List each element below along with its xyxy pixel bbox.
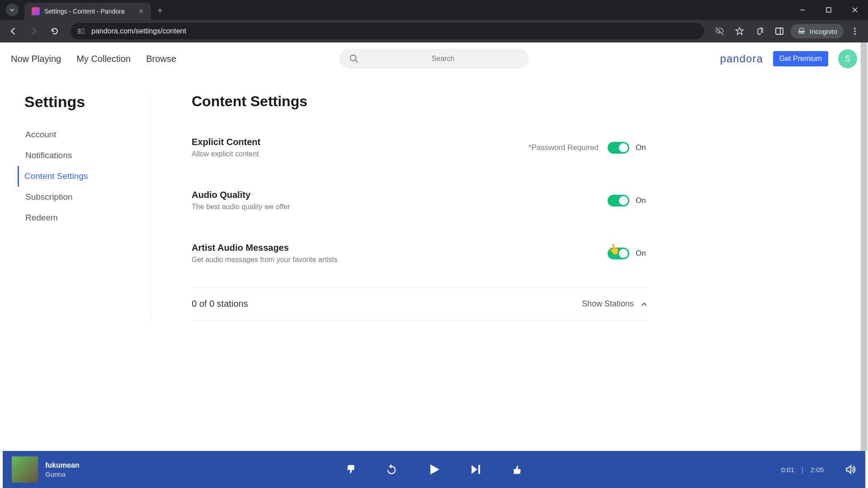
- track-info[interactable]: fukumean Gunna: [45, 461, 80, 478]
- chevron-down-icon: [9, 7, 15, 13]
- scrollbar[interactable]: [860, 42, 868, 451]
- setting-desc: Get audio messages from your favorite ar…: [192, 256, 608, 264]
- pandora-app: Now Playing My Collection Browse Search …: [0, 42, 868, 488]
- bookmark-star-icon[interactable]: [731, 23, 748, 40]
- stations-count: 0 of 0 stations: [192, 299, 582, 309]
- media-control-icon[interactable]: [751, 23, 768, 40]
- time-area: 0:01 | 2:05: [781, 464, 856, 475]
- svg-rect-3: [78, 31, 80, 32]
- nav-now-playing[interactable]: Now Playing: [11, 54, 61, 64]
- main-content: Content Settings Explicit Content Allow …: [151, 93, 684, 321]
- pandora-favicon: [32, 7, 40, 15]
- sidebar-item-subscription[interactable]: Subscription: [24, 187, 142, 207]
- thumbs-down-button[interactable]: [345, 464, 357, 475]
- svg-rect-7: [762, 30, 764, 31]
- incognito-label: Incognito: [810, 28, 837, 35]
- nav-browse[interactable]: Browse: [146, 54, 176, 64]
- album-art[interactable]: [12, 456, 38, 483]
- thumbs-up-button[interactable]: [511, 464, 523, 475]
- show-stations-label: Show Stations: [582, 299, 634, 309]
- time-elapsed: 0:01: [781, 466, 794, 474]
- side-panel-icon[interactable]: [771, 23, 788, 40]
- svg-point-14: [350, 55, 356, 61]
- forward-button[interactable]: [25, 23, 42, 40]
- toggle-artist-audio-messages[interactable]: [608, 248, 629, 259]
- svg-rect-4: [78, 33, 80, 33]
- volume-button[interactable]: [844, 464, 856, 475]
- top-nav: Now Playing My Collection Browse Search …: [0, 42, 868, 75]
- svg-point-11: [854, 28, 856, 29]
- svg-rect-8: [762, 32, 764, 33]
- browser-tab[interactable]: Settings - Content - Pandora ✕: [24, 3, 151, 20]
- divider: [192, 321, 648, 321]
- search-input[interactable]: Search: [339, 49, 529, 69]
- nav-my-collection[interactable]: My Collection: [76, 54, 131, 64]
- incognito-icon: [797, 27, 806, 36]
- maximize-button[interactable]: [816, 0, 842, 20]
- back-button[interactable]: [5, 23, 22, 40]
- play-button[interactable]: [426, 462, 441, 477]
- close-tab-button[interactable]: ✕: [138, 8, 144, 15]
- setting-audio-quality: Audio Quality The best audio quality we …: [192, 181, 648, 234]
- svg-rect-9: [776, 28, 783, 34]
- svg-point-13: [854, 33, 856, 35]
- player-controls: [345, 462, 523, 477]
- toggle-state: On: [636, 249, 648, 258]
- browser-menu-button[interactable]: [846, 23, 863, 40]
- url-text: pandora.com/settings/content: [91, 27, 186, 35]
- sidebar-item-content-settings[interactable]: Content Settings: [18, 166, 142, 187]
- incognito-chip[interactable]: Incognito: [791, 24, 844, 38]
- replay-button[interactable]: [385, 463, 398, 476]
- track-title: fukumean: [45, 461, 80, 469]
- new-tab-button[interactable]: ＋: [151, 0, 169, 20]
- track-artist: Gunna: [45, 470, 80, 478]
- svg-rect-5: [81, 29, 84, 33]
- setting-title: Explicit Content: [192, 137, 528, 147]
- avatar[interactable]: S: [838, 49, 857, 68]
- player-bar: fukumean Gunna 0:01 | 2:05: [3, 451, 865, 488]
- setting-title: Audio Quality: [192, 190, 608, 200]
- skip-button[interactable]: [469, 463, 483, 476]
- toggle-audio-quality[interactable]: [608, 195, 629, 206]
- window-controls: [789, 0, 868, 20]
- browser-titlebar: Settings - Content - Pandora ✕ ＋: [0, 0, 868, 20]
- time-duration: 2:05: [811, 466, 824, 474]
- svg-rect-1: [826, 8, 831, 12]
- tab-search-button[interactable]: [0, 0, 24, 20]
- svg-point-12: [854, 30, 856, 32]
- password-required-note: *Password Required: [528, 143, 599, 152]
- eye-off-icon[interactable]: [711, 23, 728, 40]
- site-info-icon[interactable]: [77, 27, 85, 35]
- setting-artist-audio-messages: Artist Audio Messages Get audio messages…: [192, 234, 648, 286]
- sidebar-title: Settings: [24, 93, 142, 111]
- toggle-explicit-content[interactable]: [608, 142, 629, 154]
- minimize-button[interactable]: [789, 0, 816, 20]
- reload-button[interactable]: [46, 23, 63, 40]
- search-icon: [349, 54, 359, 64]
- close-window-button[interactable]: [842, 0, 868, 20]
- setting-explicit-content: Explicit Content Allow explicit content …: [192, 128, 648, 181]
- svg-rect-2: [78, 29, 80, 30]
- setting-desc: The best audio quality we offer: [192, 203, 608, 211]
- svg-rect-6: [762, 28, 764, 29]
- setting-desc: Allow explicit content: [192, 150, 528, 158]
- sidebar-item-notifications[interactable]: Notifications: [24, 145, 142, 166]
- sidebar-item-redeem[interactable]: Redeem: [24, 207, 142, 228]
- toggle-state: On: [636, 143, 648, 152]
- page-title: Content Settings: [192, 93, 648, 110]
- setting-title: Artist Audio Messages: [192, 243, 608, 253]
- tab-title: Settings - Content - Pandora: [44, 8, 134, 15]
- stations-row: 0 of 0 stations Show Stations: [192, 287, 648, 321]
- toggle-state: On: [636, 196, 648, 205]
- time-separator: |: [802, 466, 803, 474]
- svg-line-15: [355, 60, 358, 63]
- get-premium-button[interactable]: Get Premium: [773, 51, 828, 66]
- settings-sidebar: Settings Account Notifications Content S…: [24, 93, 151, 321]
- pandora-logo[interactable]: pandora: [720, 52, 763, 65]
- show-stations-toggle[interactable]: Show Stations: [582, 299, 648, 309]
- browser-toolbar: pandora.com/settings/content Incognito: [0, 20, 868, 42]
- search-placeholder: Search: [367, 55, 519, 63]
- sidebar-item-account[interactable]: Account: [24, 124, 142, 145]
- address-bar[interactable]: pandora.com/settings/content: [71, 23, 704, 39]
- chevron-up-icon: [640, 300, 648, 308]
